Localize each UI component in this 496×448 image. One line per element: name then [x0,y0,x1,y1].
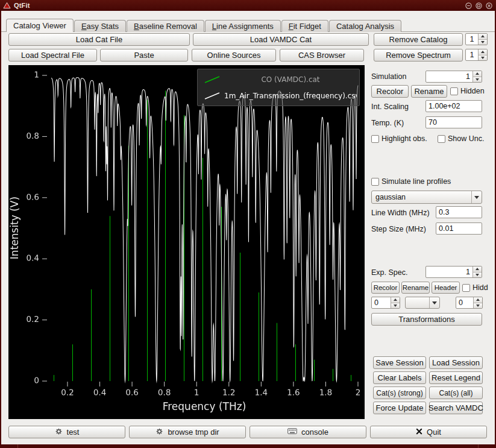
spectrum-plot-canvas[interactable] [8,65,365,419]
tab-easy-stats[interactable]: Easy Stats [74,20,126,32]
load-spectral-file-button[interactable]: Load Spectral File [8,49,97,62]
remove-spectrum-button[interactable]: Remove Spectrum [374,49,463,62]
simulation-spinner[interactable]: 1 [425,71,482,83]
cas-browser-button[interactable]: CAS Browser [280,49,364,62]
checkbox-label: Hidden [460,87,485,95]
field-value: 0.01 [439,224,453,233]
control-panel: Simulation 1 Recolor Rename Hidden Int. … [371,65,488,419]
profile-type-select[interactable]: gaussian [371,191,482,204]
spinner-down-button[interactable] [474,303,482,309]
tab-catalog-analysis[interactable]: Catalog Analysis [329,20,401,32]
spinner-down-button[interactable] [479,40,487,45]
tab-fit-fidget[interactable]: Fit Fidget [281,20,328,32]
tab-line-assignments[interactable]: Line Assignments [205,20,281,32]
reset-legend-button[interactable]: Reset Legend [429,371,483,384]
browse-tmp-dir-button[interactable]: browse tmp dir [129,426,246,438]
spinner-up-button[interactable] [391,297,400,303]
remove-spectrum-count-spinner[interactable]: 1 [465,49,488,61]
button-label: Quit [427,427,441,437]
spinner-down-button[interactable] [473,77,482,83]
spinner-down-button[interactable] [479,55,487,61]
tab-catalog-viewer[interactable]: Catalog Viewer [6,19,74,32]
legend-label: 1m_Air_Transmission_(frequency).csv [224,92,357,100]
online-sources-button[interactable]: Online Sources [192,49,276,62]
load-session-button[interactable]: Load Session [429,356,483,369]
recolor-catalog-button[interactable]: Recolor [371,85,409,98]
plot-legend[interactable]: CO (VAMDC).cat1m_Air_Transmission_(frequ… [197,69,360,106]
checkbox-label: Hidden [472,283,488,292]
line-width-field[interactable]: 0.3 [436,206,482,218]
app-icon [3,2,11,9]
load-vamdc-cat-button[interactable]: Load VAMDC Cat [193,33,369,46]
cats-strong-button[interactable]: Cat(s) (strong) [373,386,426,399]
field-value: 0.3 [439,208,449,216]
console-button[interactable]: console [250,426,366,438]
hidden-catalog-checkbox[interactable]: Hidden [450,87,485,95]
line-width-label: Line Width (MHz) [371,209,430,217]
qtfit-window: QtFit Catalog ViewerEasy StatsBaseline R… [0,0,496,448]
test-button[interactable]: test [8,426,125,438]
minimize-button[interactable] [465,2,472,9]
field-value: 1.00e+02 [429,102,460,110]
checkbox-box [371,178,379,186]
spinner-up-button[interactable] [473,267,482,273]
exp-spec-spinner[interactable]: 1 [425,266,482,278]
hidden-spectrum-checkbox[interactable]: Hidden [462,283,488,292]
search-vamdc-button[interactable]: Search VAMDC [429,402,483,414]
plot-area: Intensity (V) Frequency (THz) CO (VAMDC)… [8,65,365,419]
spinner-value: 1 [426,71,472,82]
save-session-button[interactable]: Save Session [373,356,426,369]
rename-catalog-button[interactable]: Rename [411,85,447,98]
quit-button[interactable]: Quit [370,426,487,438]
maximize-button[interactable] [475,2,482,9]
window-resize-grip[interactable] [0,444,496,448]
legend-line-sample [200,75,224,84]
selected-option: gaussian [372,193,471,201]
recolor-spectrum-button[interactable]: Recolor [371,282,400,294]
temp-field[interactable]: 70 [425,116,482,128]
spinner-up-button[interactable] [479,49,487,55]
spectrum-spinner-a[interactable]: 0 [371,297,400,309]
spectrum-spinner-b[interactable]: 0 [456,297,483,309]
highlight-obs-checkbox[interactable]: Highlight obs. [371,134,427,143]
spinner-up-button[interactable] [474,297,482,303]
exp-spec-label: Exp. Spec. [371,268,407,277]
tab-baseline-removal[interactable]: Baseline Removal [127,20,204,32]
header-button[interactable]: Header [432,282,460,294]
legend-entry: 1m_Air_Transmission_(frequency).csv [200,88,357,103]
tab-bar: Catalog ViewerEasy StatsBaseline Removal… [6,19,402,32]
show-unc-checkbox[interactable]: Show Unc. [438,134,484,143]
y-axis-label: Intensity (V) [8,137,22,318]
checkbox-label: Simulate line profiles [381,177,451,186]
spinner-up-button[interactable] [479,34,487,40]
step-size-field[interactable]: 0.01 [436,222,482,235]
window-controls [465,2,492,9]
spectrum-select[interactable] [405,297,440,309]
field-value: 70 [429,118,437,127]
force-update-button[interactable]: Force Update [373,402,426,414]
checkbox-box [438,135,445,143]
transformations-button[interactable]: Transformations [371,313,482,326]
close-x-icon [416,427,422,437]
spinner-value: 1 [466,34,478,45]
checkbox-box [462,284,470,292]
spinner-value: 1 [466,49,478,60]
remove-catalog-count-spinner[interactable]: 1 [465,33,488,45]
spinner-down-button[interactable] [473,273,482,278]
close-button[interactable] [485,2,492,9]
remove-catalog-button[interactable]: Remove Catalog [374,33,463,46]
rename-spectrum-button[interactable]: Rename [401,282,430,294]
step-size-label: Step Size (MHz) [371,225,426,233]
spinner-up-button[interactable] [473,71,482,77]
checkbox-label: Highlight obs. [381,134,427,143]
spinner-value: 0 [372,297,391,308]
load-cat-file-button[interactable]: Load Cat File [8,33,190,46]
simulate-line-profiles-checkbox[interactable]: Simulate line profiles [371,177,451,186]
checkbox-box [450,87,458,95]
legend-label: CO (VAMDC).cat [224,75,357,84]
paste-button[interactable]: Paste [100,49,188,62]
cats-all-button[interactable]: Cat(s) (all) [429,386,483,399]
int-scaling-field[interactable]: 1.00e+02 [425,100,482,112]
spinner-down-button[interactable] [391,303,400,309]
clear-labels-button[interactable]: Clear Labels [373,371,426,384]
